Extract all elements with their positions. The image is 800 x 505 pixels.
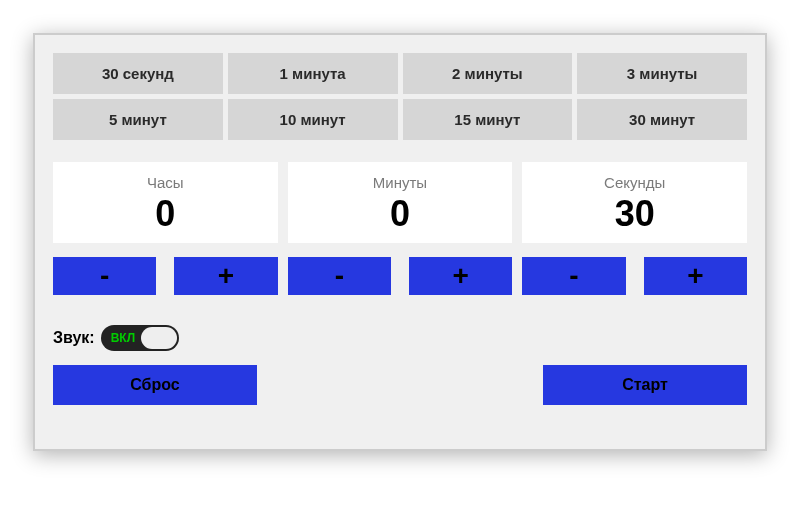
minutes-value: 0 bbox=[288, 193, 513, 235]
preset-2min-button[interactable]: 2 минуты bbox=[403, 53, 573, 94]
preset-10min-button[interactable]: 10 минут bbox=[228, 99, 398, 140]
preset-30min-button[interactable]: 30 минут bbox=[577, 99, 747, 140]
preset-15min-button[interactable]: 15 минут bbox=[403, 99, 573, 140]
sound-label: Звук: bbox=[53, 329, 95, 347]
seconds-unit: Секунды 30 - + bbox=[522, 162, 747, 295]
hours-plus-button[interactable]: + bbox=[174, 257, 277, 295]
seconds-plus-button[interactable]: + bbox=[644, 257, 747, 295]
hours-minus-button[interactable]: - bbox=[53, 257, 156, 295]
reset-button[interactable]: Сброс bbox=[53, 365, 257, 405]
minutes-label: Минуты bbox=[288, 174, 513, 191]
hours-unit: Часы 0 - + bbox=[53, 162, 278, 295]
hours-display: Часы 0 bbox=[53, 162, 278, 243]
hours-value: 0 bbox=[53, 193, 278, 235]
minutes-minus-button[interactable]: - bbox=[288, 257, 391, 295]
presets-grid: 30 секунд 1 минута 2 минуты 3 минуты 5 м… bbox=[53, 53, 747, 140]
time-units-row: Часы 0 - + Минуты 0 - + Секунды 30 bbox=[53, 162, 747, 295]
minutes-display: Минуты 0 bbox=[288, 162, 513, 243]
sound-row: Звук: ВКЛ bbox=[53, 325, 747, 351]
minutes-controls: - + bbox=[288, 257, 513, 295]
seconds-controls: - + bbox=[522, 257, 747, 295]
seconds-minus-button[interactable]: - bbox=[522, 257, 625, 295]
minutes-unit: Минуты 0 - + bbox=[288, 162, 513, 295]
timer-panel: 30 секунд 1 минута 2 минуты 3 минуты 5 м… bbox=[33, 33, 767, 451]
minutes-plus-button[interactable]: + bbox=[409, 257, 512, 295]
seconds-display: Секунды 30 bbox=[522, 162, 747, 243]
preset-30sec-button[interactable]: 30 секунд bbox=[53, 53, 223, 94]
preset-1min-button[interactable]: 1 минута bbox=[228, 53, 398, 94]
sound-toggle[interactable]: ВКЛ bbox=[101, 325, 179, 351]
preset-3min-button[interactable]: 3 минуты bbox=[577, 53, 747, 94]
action-row: Сброс Старт bbox=[53, 365, 747, 405]
sound-toggle-state: ВКЛ bbox=[111, 331, 135, 345]
start-button[interactable]: Старт bbox=[543, 365, 747, 405]
seconds-label: Секунды bbox=[522, 174, 747, 191]
seconds-value: 30 bbox=[522, 193, 747, 235]
preset-5min-button[interactable]: 5 минут bbox=[53, 99, 223, 140]
hours-controls: - + bbox=[53, 257, 278, 295]
sound-toggle-knob bbox=[141, 327, 177, 349]
hours-label: Часы bbox=[53, 174, 278, 191]
